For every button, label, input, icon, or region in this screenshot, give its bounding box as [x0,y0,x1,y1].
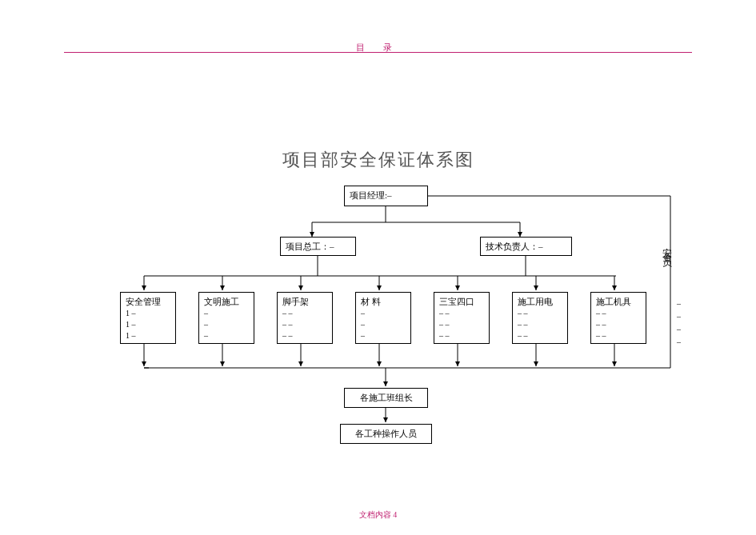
dept-box-materials: 材 料 – – – [355,292,411,344]
dept-box-machinery: 施工机具 – – – – – – [590,292,646,344]
dept-box-scaffold: 脚手架 – – – – – – [277,292,333,344]
dept-title: 材 料 [361,296,406,308]
dept-rows: – – – [361,308,406,341]
dept-title: 安全管理 [126,296,170,308]
label: 项目经理:– [350,190,392,200]
dept-title: 文明施工 [204,296,249,308]
node-tech-lead: 技术负责人：– [480,237,572,256]
footer-page: 4 [393,510,397,519]
dept-rows: 1 – 1 – 1 – [126,308,170,341]
dept-box-electricity: 施工用电 – – – – – – [512,292,568,344]
header-rule [64,52,692,53]
label: 各工种操作人员 [355,429,417,438]
node-team-leaders: 各施工班组长 [344,388,428,408]
dept-rows: – – – – – – [596,308,641,341]
node-chief-engineer: 项目总工：– [280,237,356,256]
node-project-manager: 项目经理:– [344,186,428,206]
label: 技术负责人：– [486,242,543,251]
footer-text: 文档内容 [359,510,391,519]
page-root: 目 录 项目部安全保证体系图 [0,0,756,535]
dept-box-safety-mgmt: 安全管理 1 – 1 – 1 – [120,292,176,344]
safety-officer-dash: – – – – [677,297,681,349]
dept-title: 施工用电 [518,296,562,308]
dept-rows: – – – [204,308,249,341]
page-footer: 文档内容 4 [0,509,756,521]
diagram-title: 项目部安全保证体系图 [0,148,756,172]
connectors [0,0,756,535]
label: 项目总工：– [286,242,334,251]
dept-title: 脚手架 [282,296,327,308]
node-operators: 各工种操作人员 [340,424,432,444]
dept-rows: – – – – – – [282,308,327,341]
label: 各施工班组长 [360,393,413,402]
dept-title: 施工机具 [596,296,641,308]
dept-box-civil-construction: 文明施工 – – – [198,292,254,344]
dept-box-sanbao-sikou: 三宝四口 – – – – – – [434,292,490,344]
dept-title: 三宝四口 [439,296,484,308]
node-safety-officer: 安全员 [660,240,674,254]
dept-rows: – – – – – – [439,308,484,341]
dept-rows: – – – – – – [518,308,562,341]
